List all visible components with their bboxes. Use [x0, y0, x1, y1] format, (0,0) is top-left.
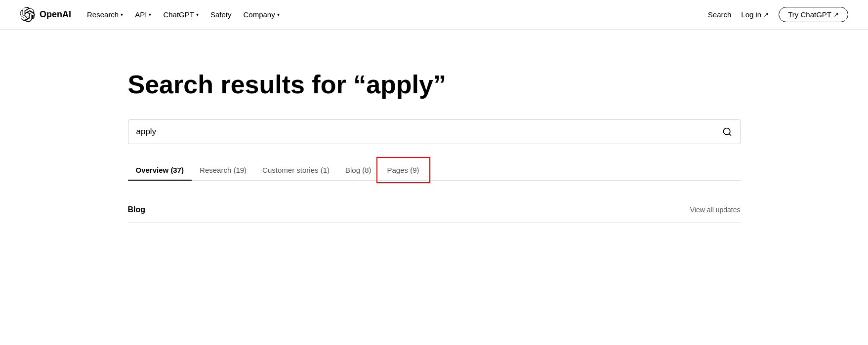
main-nav: OpenAI Research ▾ API ▾ ChatGPT ▾ Safety… [0, 0, 868, 30]
nav-item-api[interactable]: API ▾ [135, 10, 151, 19]
search-input[interactable] [128, 120, 740, 144]
nav-item-safety[interactable]: Safety [210, 10, 232, 19]
tabs-wrapper: Overview (37) Research (19) Customer sto… [128, 160, 741, 181]
tab-pages[interactable]: Pages (9) [379, 160, 427, 180]
login-button[interactable]: Log in ↗ [741, 10, 769, 19]
chatgpt-chevron-icon: ▾ [196, 12, 199, 17]
tab-overview[interactable]: Overview (37) [128, 160, 192, 180]
openai-logo[interactable]: OpenAI [20, 7, 71, 23]
svg-line-1 [729, 134, 731, 136]
view-all-updates-link[interactable]: View all updates [690, 206, 741, 214]
search-icon [722, 127, 732, 137]
tab-blog[interactable]: Blog (8) [337, 160, 379, 180]
search-submit-button[interactable] [722, 127, 732, 137]
nav-right: Search Log in ↗ Try ChatGPT ↗ [708, 7, 848, 22]
blog-section-label: Blog [128, 205, 146, 214]
nav-item-chatgpt[interactable]: ChatGPT ▾ [163, 10, 199, 19]
api-chevron-icon: ▾ [149, 12, 151, 17]
openai-logo-icon [20, 7, 36, 23]
research-chevron-icon: ▾ [121, 12, 123, 17]
nav-item-research[interactable]: Research ▾ [87, 10, 123, 19]
company-chevron-icon: ▾ [277, 12, 280, 17]
nav-left: OpenAI Research ▾ API ▾ ChatGPT ▾ Safety… [20, 7, 280, 23]
search-results-title: Search results for “apply” [128, 69, 741, 100]
openai-logo-text: OpenAI [40, 9, 71, 20]
try-chatgpt-button[interactable]: Try ChatGPT ↗ [779, 7, 848, 22]
search-nav-button[interactable]: Search [708, 10, 732, 19]
nav-menu: Research ▾ API ▾ ChatGPT ▾ Safety Compan… [87, 10, 280, 19]
login-arrow-icon: ↗ [763, 11, 769, 18]
tab-research[interactable]: Research (19) [192, 160, 254, 180]
tab-customer-stories[interactable]: Customer stories (1) [254, 160, 337, 180]
nav-item-company[interactable]: Company ▾ [243, 10, 279, 19]
main-content: Search results for “apply” Overview (37)… [88, 30, 780, 242]
search-input-wrapper [128, 119, 741, 144]
blog-section: Blog View all updates [128, 205, 741, 223]
try-chatgpt-arrow-icon: ↗ [833, 11, 839, 18]
